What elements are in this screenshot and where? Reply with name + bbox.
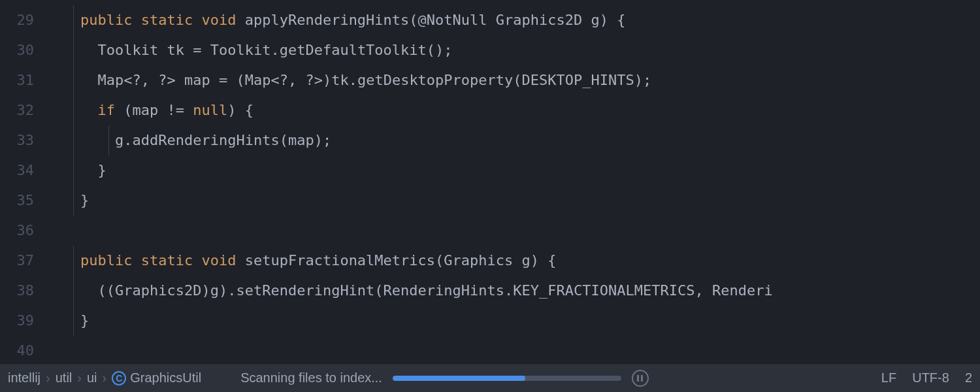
pause-button[interactable] <box>632 370 649 387</box>
line-number[interactable]: 40 <box>0 336 46 363</box>
code-line[interactable]: public static void setupFractionalMetric… <box>46 246 980 276</box>
chevron-right-icon: › <box>46 370 50 385</box>
code-line[interactable]: } <box>46 306 980 336</box>
line-number[interactable]: 35 <box>0 186 46 216</box>
code-line[interactable] <box>46 336 980 363</box>
code-content[interactable]: public static void applyRenderingHints(@… <box>46 0 980 363</box>
code-line[interactable]: if (map != null) { <box>46 95 980 125</box>
status-bar: intellij › util › ui › C GraphicsUtil Sc… <box>0 363 980 392</box>
breadcrumbs: intellij › util › ui › C GraphicsUtil <box>8 370 201 385</box>
chevron-right-icon: › <box>103 370 107 385</box>
line-number[interactable]: 33 <box>0 125 46 155</box>
breadcrumb-item[interactable]: ui <box>87 370 97 385</box>
line-number[interactable]: 32 <box>0 95 46 125</box>
line-number[interactable]: 29 <box>0 5 46 35</box>
status-right: LF UTF-8 2 <box>881 370 972 385</box>
breadcrumb-label: GraphicsUtil <box>130 370 201 385</box>
line-number[interactable]: 30 <box>0 35 46 65</box>
code-line[interactable]: } <box>46 155 980 186</box>
status-task: Scanning files to index... <box>240 370 649 387</box>
code-line[interactable] <box>46 216 980 246</box>
breadcrumb-item[interactable]: C GraphicsUtil <box>112 370 201 385</box>
line-number[interactable]: 38 <box>0 276 46 306</box>
line-number[interactable]: 31 <box>0 65 46 95</box>
breadcrumb-item[interactable]: util <box>56 370 73 385</box>
code-line[interactable]: Map<?, ?> map = (Map<?, ?>)tk.getDesktop… <box>46 65 980 95</box>
code-line[interactable]: g.addRenderingHints(map); <box>46 125 980 155</box>
line-number[interactable]: 34 <box>0 155 46 186</box>
line-number[interactable]: 39 <box>0 306 46 336</box>
code-line[interactable]: } <box>46 186 980 216</box>
code-line[interactable]: ((Graphics2D)g).setRenderingHint(Renderi… <box>46 276 980 306</box>
pause-icon <box>637 375 639 382</box>
code-line[interactable]: public static void applyRenderingHints(@… <box>46 5 980 35</box>
gutter: 29 30 31 32 33 34 35 36 37 38 39 40 <box>0 0 46 363</box>
indent-widget[interactable]: 2 <box>965 370 972 385</box>
line-number[interactable]: 36 <box>0 216 46 246</box>
editor-area: 29 30 31 32 33 34 35 36 37 38 39 40 publ… <box>0 0 980 363</box>
progress-fill <box>393 376 525 381</box>
task-label[interactable]: Scanning files to index... <box>240 370 382 385</box>
code-line[interactable]: Toolkit tk = Toolkit.getDefaultToolkit()… <box>46 35 980 65</box>
chevron-right-icon: › <box>77 370 82 385</box>
pause-icon <box>641 375 643 382</box>
encoding-widget[interactable]: UTF-8 <box>912 370 949 385</box>
breadcrumb-item[interactable]: intellij <box>8 370 41 385</box>
line-number[interactable]: 37 <box>0 246 46 276</box>
line-separator-widget[interactable]: LF <box>881 370 896 385</box>
class-icon: C <box>112 371 126 385</box>
progress-bar[interactable] <box>393 376 621 381</box>
